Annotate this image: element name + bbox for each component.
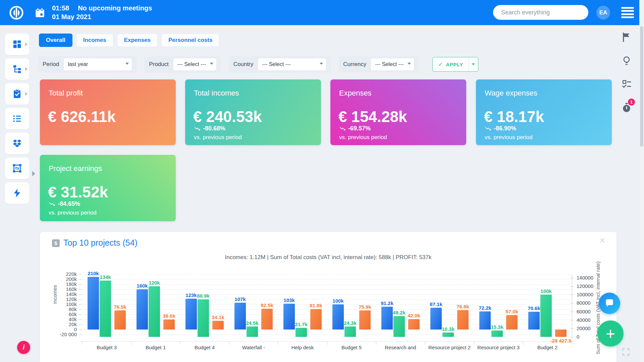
add-button[interactable]: + [597, 320, 624, 347]
kpi-trend: -84.65% [49, 200, 80, 207]
bar-incomes-help-desk[interactable] [283, 304, 295, 329]
bar-value-label: 42.0k [408, 313, 420, 318]
bar-sum-budget-3[interactable] [100, 281, 111, 337]
bar-sum-budget-1[interactable] [149, 286, 160, 337]
bar-sum-waterfall[interactable] [247, 326, 258, 337]
bar-value-label: 75.9k [359, 304, 371, 310]
tab-expenses[interactable]: Expenses [117, 34, 158, 47]
right-axis-tick [571, 320, 574, 320]
avatar[interactable]: EA [596, 6, 610, 19]
bar-incomes-budget-3[interactable] [88, 277, 99, 330]
sidebar-item-templates[interactable] [5, 158, 29, 179]
kpi-card-project-earnings[interactable]: Project earnings € 31.52k -84.65% vs. pr… [40, 155, 176, 221]
kpi-card-wage-expenses[interactable]: Wage expenses € 18.17k -86.90% vs. previ… [476, 79, 612, 145]
sidebar-item-tasks[interactable] [5, 83, 29, 105]
bar-profit-budget-1[interactable] [163, 319, 175, 329]
bar-profit-budget-4[interactable] [212, 321, 224, 329]
period-select[interactable]: last year [63, 58, 132, 71]
kpi-title: Project earnings [49, 164, 102, 173]
currency-select[interactable]: --- Select --- [371, 58, 414, 71]
frame-icon [12, 163, 22, 173]
bar-value-label: 123k [185, 292, 197, 298]
bar-incomes-budget-5[interactable] [332, 304, 344, 329]
kpi-trend-value: -84.65% [58, 200, 80, 207]
bar-profit-resource-project-2[interactable] [457, 310, 469, 329]
bar-value-label: 210k [88, 270, 99, 276]
left-axis-tick [79, 319, 82, 320]
dropbox-icon [12, 138, 22, 148]
sidebar-item-list[interactable] [5, 108, 29, 129]
product-select[interactable]: --- Select --- [173, 58, 217, 71]
bar-sum-research-and[interactable] [393, 316, 405, 337]
sidebar-item-dashboard[interactable] [5, 34, 29, 55]
app-logo-icon[interactable] [9, 5, 24, 20]
lightning-icon [12, 188, 22, 198]
right-axis-tick-label: 120000 [577, 283, 603, 289]
search-input[interactable] [493, 5, 588, 20]
bar-sum-resource-project-2[interactable] [442, 333, 454, 337]
scrollbar-thumb[interactable] [640, 26, 643, 147]
dashboard-screen: 01:58No upcoming meetings 01 May 2021 EA [0, 0, 644, 362]
bar-sum-budget-2[interactable] [540, 295, 552, 337]
bar-incomes-resource-project-2[interactable] [430, 308, 442, 329]
close-icon[interactable]: × [599, 235, 605, 246]
bar-profit-budget-5[interactable] [359, 310, 371, 329]
bar-value-label: 91.2k [381, 300, 393, 306]
tab-incomes[interactable]: Incomes [76, 34, 113, 47]
checklist-icon[interactable] [621, 79, 632, 89]
bar-value-label: 57.0k [505, 309, 518, 314]
country-select[interactable]: --- Select --- [258, 58, 326, 71]
bar-sum-resource-project-3[interactable] [491, 330, 503, 337]
caret-down-icon [472, 63, 475, 65]
kpi-card-total-profit[interactable]: Total profit € 626.11k [40, 79, 176, 145]
bar-sum-budget-4[interactable] [198, 299, 209, 337]
chat-button[interactable] [599, 293, 620, 314]
bar-profit-help-desk[interactable] [310, 309, 322, 329]
bar-profit-research-and[interactable] [408, 319, 420, 330]
report-type-icon: $ [52, 239, 60, 247]
lightbulb-icon[interactable] [621, 55, 632, 66]
bar-incomes-resource-project-3[interactable] [479, 311, 491, 329]
bar-value-label: 15.3k [491, 324, 503, 330]
kpi-title: Wage expenses [485, 89, 537, 98]
left-axis-tick [79, 299, 82, 300]
flag-icon[interactable] [621, 32, 632, 43]
chart-title[interactable]: Top 10 projects (54) [63, 238, 138, 248]
meeting-info[interactable]: 01:58No upcoming meetings 01 May 2021 [52, 4, 152, 21]
apply-button[interactable]: ✓ APPLY [432, 57, 478, 72]
period-value: last year [68, 61, 88, 67]
bar-incomes-budget-4[interactable] [185, 299, 197, 329]
apply-main[interactable]: ✓ APPLY [433, 57, 469, 71]
sidebar-expander-chevron-icon[interactable] [32, 171, 35, 176]
bar-profit-budget-2[interactable] [555, 329, 567, 337]
chart-subtitle: Incomes: 1.12M | Sum of Total costs (VAT… [40, 254, 616, 261]
bar-profit-budget-3[interactable] [114, 310, 126, 329]
bar-incomes-research-and[interactable] [381, 307, 393, 329]
caret-down-icon [408, 63, 411, 65]
kpi-card-total-incomes[interactable]: Total incomes € 240.53k -80.68% vs. prev… [185, 79, 321, 145]
tab-overall[interactable]: Overall [39, 34, 72, 47]
trending-down-icon [339, 125, 346, 132]
tab-personnel-costs[interactable]: Personnel costs [161, 34, 219, 47]
bar-incomes-budget-1[interactable] [137, 289, 148, 329]
kpi-card-expenses[interactable]: Expenses € 154.28k -69.57% vs. previous … [330, 79, 466, 145]
category-label-budget-5: Budget 5 [327, 345, 376, 350]
bar-incomes-waterfall[interactable] [234, 303, 246, 329]
bar-incomes-budget-2[interactable] [528, 312, 540, 329]
fullscreen-icon[interactable] [621, 347, 631, 357]
hamburger-menu-icon[interactable] [621, 7, 634, 18]
bar-value-label: 24.3k [344, 320, 357, 326]
bar-sum-budget-5[interactable] [344, 326, 356, 337]
sidebar-item-automation[interactable] [5, 182, 29, 204]
left-axis-tick [79, 329, 82, 330]
calendar-icon[interactable] [35, 7, 45, 18]
bar-profit-resource-project-3[interactable] [506, 315, 518, 329]
apply-dropdown-button[interactable] [469, 57, 478, 71]
right-axis-tick [571, 295, 574, 295]
sidebar-item-hierarchy[interactable] [5, 58, 29, 80]
bar-profit-waterfall[interactable] [261, 309, 273, 329]
notification-badge[interactable]: 1 [628, 99, 635, 106]
info-button[interactable]: i [17, 341, 30, 354]
sidebar-item-dropbox[interactable] [5, 133, 29, 154]
bar-sum-help-desk[interactable] [296, 328, 307, 337]
